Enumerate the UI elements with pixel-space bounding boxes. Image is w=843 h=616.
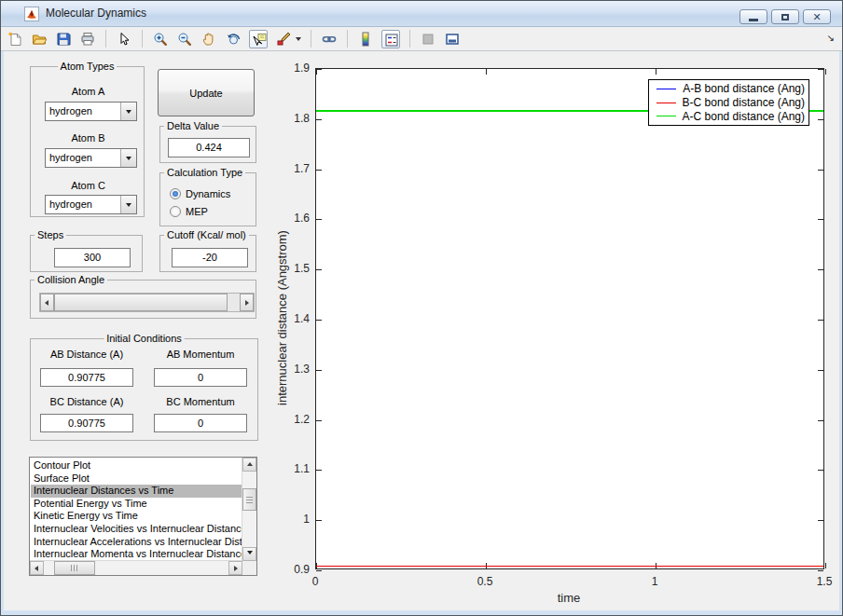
- slider-right-arrow[interactable]: [240, 294, 254, 311]
- open-folder-icon[interactable]: [31, 31, 48, 48]
- steps-panel: Steps 300: [30, 235, 143, 272]
- mep-radio[interactable]: MEP: [170, 206, 208, 217]
- zoom-in-icon[interactable]: [152, 31, 169, 48]
- x-tick: [656, 69, 656, 75]
- horizontal-scroll-thumb[interactable]: [54, 561, 95, 575]
- atom-b-select[interactable]: hydrogen: [45, 148, 137, 168]
- dock-figure-icon[interactable]: [444, 31, 461, 48]
- save-icon[interactable]: [55, 31, 72, 48]
- plot-area[interactable]: A-B bond distance (Ang)B-C bond distance…: [315, 68, 824, 569]
- plot-type-listbox[interactable]: Contour Plot Surface Plot Internuclear D…: [29, 457, 257, 576]
- panel-title: Collision Angle: [35, 274, 107, 285]
- y-tick: [316, 119, 322, 120]
- insert-legend-button[interactable]: [381, 30, 400, 48]
- ab-distance-field[interactable]: 0.90775: [40, 368, 133, 387]
- close-icon: ✕: [812, 12, 821, 22]
- y-tick: [818, 320, 823, 321]
- y-tick: [316, 269, 322, 270]
- y-tick-label: 1.6: [267, 212, 310, 225]
- slider-left-arrow[interactable]: [40, 294, 54, 311]
- list-item[interactable]: Contour Plot: [31, 459, 242, 472]
- chevron-down-icon[interactable]: [120, 149, 136, 167]
- scroll-down-arrow[interactable]: [242, 547, 256, 561]
- vertical-scroll-thumb[interactable]: [242, 488, 256, 511]
- pan-hand-icon[interactable]: [200, 31, 217, 48]
- data-cursor-button[interactable]: [249, 30, 268, 48]
- matlab-logo-icon: [24, 7, 39, 21]
- atom-c-select[interactable]: hydrogen: [45, 195, 137, 214]
- plot-legend[interactable]: A-B bond distance (Ang)B-C bond distance…: [648, 79, 809, 126]
- brush-dropdown-icon[interactable]: [296, 37, 301, 44]
- panel-title: Steps: [35, 229, 66, 240]
- minimize-button[interactable]: [739, 9, 767, 24]
- chevron-down-icon[interactable]: [120, 103, 136, 120]
- bc-distance-field[interactable]: 0.90775: [40, 414, 133, 432]
- titlebar[interactable]: Molecular Dynamics ✕: [1, 1, 842, 27]
- slider-thumb[interactable]: [54, 294, 228, 311]
- print-icon[interactable]: [79, 31, 96, 48]
- chevron-down-icon[interactable]: [120, 196, 136, 213]
- restore-button[interactable]: [771, 9, 799, 24]
- zoom-out-icon[interactable]: [176, 31, 193, 48]
- list-item[interactable]: Potential Energy vs Time: [31, 498, 242, 511]
- y-tick: [316, 320, 322, 321]
- steps-field[interactable]: 300: [54, 248, 131, 267]
- y-tick-label: 1.3: [267, 363, 310, 376]
- panel-title: Atom Types: [58, 61, 117, 72]
- list-item[interactable]: Kinetic Energy vs Time: [31, 510, 242, 523]
- new-file-icon[interactable]: [7, 31, 23, 48]
- panel-title: Delta Value: [164, 120, 222, 131]
- horizontal-scrollbar[interactable]: [30, 560, 242, 575]
- window-title: Molecular Dynamics: [46, 7, 146, 20]
- minimize-icon: [749, 19, 758, 21]
- ab-momentum-label: AB Momentum: [154, 349, 247, 360]
- atom-types-panel: Atom Types Atom A hydrogen Atom B hydrog…: [30, 66, 145, 217]
- list-item[interactable]: Surface Plot: [31, 472, 242, 486]
- window-frame-right: [839, 51, 842, 615]
- atom-c-label: Atom C: [31, 180, 145, 191]
- ab-momentum-field[interactable]: 0: [154, 368, 247, 387]
- delta-value-field[interactable]: 0.424: [168, 138, 250, 157]
- toolbar-overflow-icon[interactable]: ↘: [827, 33, 835, 43]
- y-tick: [818, 470, 823, 471]
- toolbar-separator: [409, 30, 410, 48]
- update-button[interactable]: Update: [158, 69, 255, 116]
- brush-icon[interactable]: [275, 31, 292, 48]
- dynamics-radio-label: Dynamics: [186, 188, 230, 199]
- window-frame-left: [1, 51, 4, 615]
- close-button[interactable]: ✕: [803, 9, 831, 24]
- bc-momentum-field[interactable]: 0: [154, 414, 247, 432]
- atom-a-select[interactable]: hydrogen: [45, 102, 137, 121]
- collision-angle-slider[interactable]: [39, 293, 255, 312]
- window-frame-bottom[interactable]: [1, 610, 842, 615]
- y-tick: [818, 570, 823, 571]
- scroll-left-arrow[interactable]: [30, 561, 44, 575]
- y-tick: [316, 69, 322, 70]
- scroll-up-arrow[interactable]: [242, 458, 256, 472]
- list-item[interactable]: Internuclear Accelerations vs Internucle…: [31, 536, 242, 549]
- calculation-type-panel: Calculation Type Dynamics MEP: [159, 172, 256, 226]
- window-controls: ✕: [739, 9, 831, 24]
- list-item[interactable]: Internuclear Momenta vs Internuclear Dis…: [31, 548, 242, 560]
- list-item-selected[interactable]: Internuclear Distances vs Time: [31, 485, 242, 498]
- scroll-right-arrow[interactable]: [228, 561, 242, 575]
- disabled-square-icon: [420, 31, 436, 48]
- list-item[interactable]: Internuclear Velocities vs Internuclear …: [31, 523, 242, 536]
- y-tick-label: 1: [267, 513, 310, 526]
- delta-value-panel: Delta Value 0.424: [159, 126, 256, 163]
- vertical-scrollbar[interactable]: [242, 458, 256, 561]
- x-tick-label: 1.5: [817, 575, 833, 588]
- y-tick: [818, 219, 823, 220]
- cutoff-field[interactable]: -20: [172, 248, 248, 267]
- radio-unselected-icon: [170, 206, 181, 217]
- toolbar-separator: [347, 30, 348, 48]
- pointer-icon[interactable]: [116, 31, 132, 48]
- y-tick: [316, 170, 322, 171]
- insert-colorbar-icon[interactable]: [357, 31, 374, 48]
- link-plots-icon[interactable]: [321, 31, 338, 48]
- y-tick: [818, 119, 823, 120]
- rotate-3d-icon[interactable]: [225, 31, 242, 48]
- legend-label: A-B bond distance (Ang): [683, 82, 805, 95]
- series-line-1: [316, 566, 823, 568]
- dynamics-radio[interactable]: Dynamics: [170, 188, 230, 199]
